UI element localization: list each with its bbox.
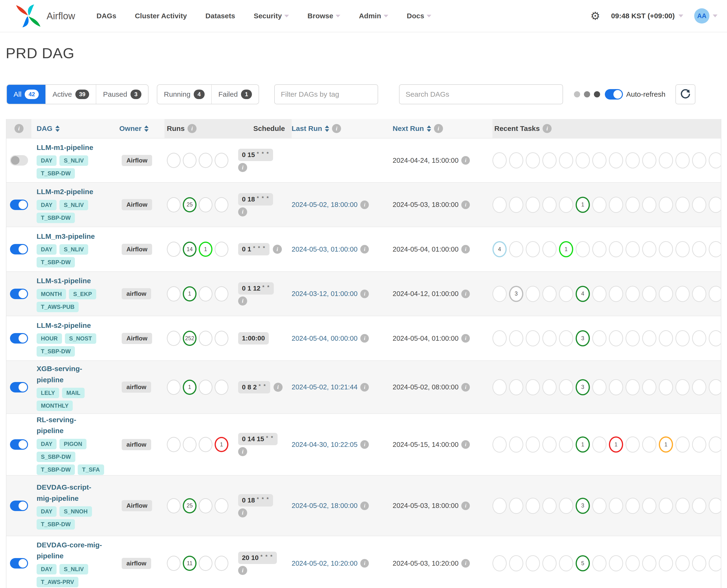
dag-name-link[interactable]: LLM-s2-pipeline: [37, 320, 96, 331]
recent-task-circle[interactable]: [625, 152, 640, 168]
recent-task-circle[interactable]: [542, 152, 557, 168]
recent-task-circle[interactable]: [493, 330, 507, 346]
tag-chip[interactable]: S_NLIV: [59, 244, 88, 255]
run-state-success-circle[interactable]: 1: [183, 286, 196, 301]
recent-task-circle[interactable]: [509, 241, 523, 257]
recent-task-circle[interactable]: [592, 555, 606, 571]
recent-task-circle[interactable]: [676, 555, 690, 571]
recent-task-circle[interactable]: [609, 197, 623, 213]
recent-task-success-circle[interactable]: 3: [576, 498, 590, 514]
dag-name-link[interactable]: piepline: [37, 374, 85, 385]
refresh-button[interactable]: [676, 84, 695, 104]
run-state-circle[interactable]: [167, 556, 181, 571]
tag-chip[interactable]: T_SBP-DW: [37, 257, 75, 268]
dag-pause-toggle[interactable]: [10, 244, 28, 254]
tag-chip[interactable]: DAY: [37, 439, 57, 449]
tag-chip[interactable]: T_AWS-PUB: [37, 302, 79, 312]
recent-task-circle[interactable]: [642, 436, 657, 453]
last-run-link[interactable]: 2024-05-03, 01:00:00: [292, 246, 357, 253]
recent-task-circle[interactable]: [559, 197, 573, 213]
recent-task-circle[interactable]: [676, 436, 690, 453]
nav-item-docs[interactable]: Docs: [407, 12, 431, 20]
dag-pause-toggle[interactable]: [10, 155, 28, 166]
run-state-circle[interactable]: [214, 556, 228, 571]
owner-badge[interactable]: airflow: [122, 439, 151, 450]
recent-task-circle[interactable]: [509, 379, 523, 395]
recent-task-running-circle[interactable]: 1: [559, 241, 573, 257]
run-state-running-circle[interactable]: 1: [199, 241, 212, 257]
user-menu[interactable]: AA: [694, 8, 718, 23]
recent-task-circle[interactable]: [659, 152, 673, 168]
recent-task-circle[interactable]: [609, 152, 623, 168]
run-state-failed-circle[interactable]: 1: [214, 437, 228, 452]
nav-item-security[interactable]: Security: [254, 12, 289, 20]
recent-task-circle[interactable]: [692, 436, 706, 453]
recent-task-circle[interactable]: [676, 197, 690, 213]
recent-task-circle[interactable]: [692, 330, 706, 346]
tag-chip[interactable]: T_SBP-DW: [37, 464, 75, 475]
recent-task-circle[interactable]: [559, 436, 573, 453]
last-run-link[interactable]: 2024-05-04, 00:00:00: [292, 335, 357, 342]
nav-item-dags[interactable]: DAGs: [97, 12, 116, 20]
search-dags-input[interactable]: [399, 84, 563, 104]
run-state-success-circle[interactable]: 14: [183, 241, 196, 257]
sort-icons[interactable]: [144, 125, 148, 132]
dag-pause-toggle[interactable]: [10, 333, 28, 343]
recent-task-circle[interactable]: [609, 379, 623, 395]
recent-task-circle[interactable]: [592, 241, 606, 257]
recent-task-circle[interactable]: [642, 152, 657, 168]
recent-task-circle[interactable]: [659, 498, 673, 514]
recent-task-circle[interactable]: [592, 197, 606, 213]
recent-task-circle[interactable]: [559, 379, 573, 395]
recent-task-circle[interactable]: [659, 241, 673, 257]
tag-chip[interactable]: T_AWS-PRV: [37, 577, 79, 587]
recent-task-circle[interactable]: [559, 498, 573, 514]
run-state-circle[interactable]: [167, 331, 181, 346]
recent-task-circle[interactable]: [509, 436, 523, 453]
run-state-circle[interactable]: [183, 153, 196, 168]
recent-task-circle[interactable]: [642, 330, 657, 346]
dag-pause-toggle[interactable]: [10, 382, 28, 393]
tag-chip[interactable]: T_SBP-DW: [37, 346, 75, 357]
tag-chip[interactable]: S_NOST: [65, 333, 96, 344]
run-state-circle[interactable]: [214, 380, 228, 395]
nav-item-admin[interactable]: Admin: [359, 12, 388, 20]
recent-task-circle[interactable]: [526, 436, 540, 453]
recent-task-circle[interactable]: [526, 241, 540, 257]
recent-task-failed-circle[interactable]: 1: [609, 436, 623, 453]
recent-task-circle[interactable]: [592, 379, 606, 395]
airflow-brand[interactable]: Airflow: [14, 2, 75, 30]
run-state-circle[interactable]: [214, 498, 228, 513]
recent-task-upstream_failed-circle[interactable]: 1: [659, 436, 673, 453]
nav-item-browse[interactable]: Browse: [308, 12, 340, 20]
recent-task-circle[interactable]: [709, 286, 721, 302]
recent-task-success-circle[interactable]: 5: [576, 555, 590, 571]
recent-task-circle[interactable]: [493, 498, 507, 514]
recent-task-circle[interactable]: [642, 241, 657, 257]
nav-item-cluster-activity[interactable]: Cluster Activity: [135, 12, 187, 20]
run-state-success-circle[interactable]: 25: [183, 498, 196, 513]
recent-task-circle[interactable]: [559, 152, 573, 168]
recent-task-circle[interactable]: [493, 197, 507, 213]
run-state-success-circle[interactable]: 252: [183, 331, 196, 346]
recent-task-circle[interactable]: [526, 286, 540, 302]
recent-task-circle[interactable]: [592, 330, 606, 346]
tag-chip[interactable]: DAY: [37, 506, 57, 517]
recent-task-success-circle[interactable]: 1: [576, 197, 590, 213]
timezone-dropdown[interactable]: 09:48 KST (+09:00): [611, 12, 683, 20]
dag-pause-toggle[interactable]: [10, 439, 28, 450]
recent-task-circle[interactable]: [676, 241, 690, 257]
recent-task-circle[interactable]: [625, 436, 640, 453]
run-state-circle[interactable]: [214, 331, 228, 346]
recent-task-circle[interactable]: [692, 152, 706, 168]
owner-badge[interactable]: airflow: [122, 558, 151, 569]
recent-task-circle[interactable]: [609, 286, 623, 302]
recent-task-circle[interactable]: [692, 197, 706, 213]
recent-task-circle[interactable]: [542, 555, 557, 571]
recent-task-circle[interactable]: [493, 152, 507, 168]
run-state-success-circle[interactable]: 1: [183, 380, 196, 395]
run-state-circle[interactable]: [199, 153, 212, 168]
dag-name-link[interactable]: LLM-m1-pipeline: [37, 142, 93, 153]
owner-badge[interactable]: Airflow: [122, 199, 152, 210]
tag-chip[interactable]: MAIL: [62, 388, 85, 398]
